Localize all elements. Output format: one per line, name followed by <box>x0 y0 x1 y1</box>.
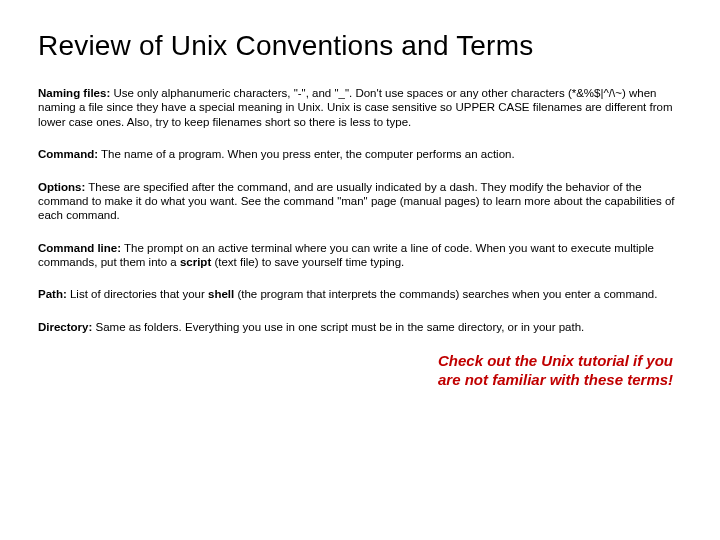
term-label: Options: <box>38 181 85 193</box>
entry-command-line: Command line: The prompt on an active te… <box>38 241 682 270</box>
term-desc-post: (text file) to save yourself time typing… <box>211 256 404 268</box>
term-desc: Same as folders. Everything you use in o… <box>92 321 584 333</box>
term-label: Directory: <box>38 321 92 333</box>
callout-tutorial: Check out the Unix tutorial if you are n… <box>438 352 682 390</box>
term-desc-pre: List of directories that your <box>67 288 208 300</box>
term-desc: These are specified after the command, a… <box>38 181 675 222</box>
entry-naming-files: Naming files: Use only alphanumeric char… <box>38 86 682 129</box>
entry-options: Options: These are specified after the c… <box>38 180 682 223</box>
entry-path: Path: List of directories that your shel… <box>38 287 682 301</box>
term-label: Path: <box>38 288 67 300</box>
term-label: Command line: <box>38 242 121 254</box>
term-desc: The name of a program. When you press en… <box>98 148 515 160</box>
entry-directory: Directory: Same as folders. Everything y… <box>38 320 682 334</box>
term-label: Command: <box>38 148 98 160</box>
entry-command: Command: The name of a program. When you… <box>38 147 682 161</box>
term-desc-post: (the program that interprets the command… <box>234 288 657 300</box>
inline-bold-script: script <box>180 256 211 268</box>
term-label: Naming files: <box>38 87 110 99</box>
page-title: Review of Unix Conventions and Terms <box>38 30 682 62</box>
term-desc: Use only alphanumeric characters, "-", a… <box>38 87 673 128</box>
inline-bold-shell: shell <box>208 288 234 300</box>
